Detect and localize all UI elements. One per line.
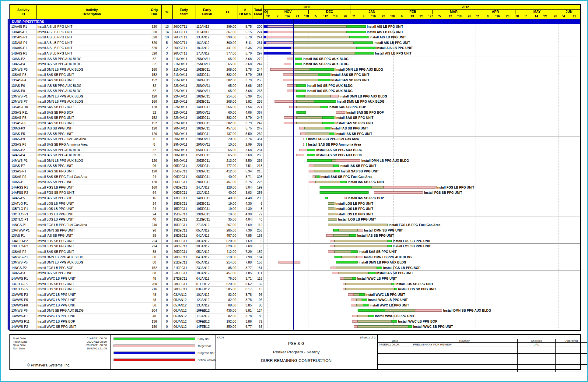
early-start-cell: 05DEC11: [173, 163, 195, 169]
early-bar: [334, 256, 341, 258]
bar-label: Install DMN LB PPG AUX BLDG: [335, 67, 383, 72]
activity-id-cell: 13SAS-P5: [10, 115, 37, 121]
men-cell: 5.75: [237, 179, 253, 185]
week-tick: [467, 15, 467, 16]
early-bar: [354, 41, 373, 44]
activity-desc-cell: Install WWC LB PPG UNIT: [37, 297, 147, 303]
target-bar: [343, 288, 345, 290]
legend-swatch: [114, 345, 195, 347]
revision-cell: JFL: [518, 343, 556, 346]
target-bar: [287, 90, 296, 92]
men-cell: 5.15: [237, 30, 253, 35]
activity-id-cell: 13IAS-P2: [10, 56, 37, 62]
progress-bar: [264, 41, 266, 44]
week-tick: [572, 15, 572, 16]
orig-dur-cell: 120: [147, 169, 162, 174]
lf-cell: 60.00: [219, 110, 237, 115]
early-finish-cell: 28NOV11: [195, 110, 219, 115]
revision-cell: [518, 357, 556, 361]
revision-header-cell: Approved: [556, 339, 588, 343]
lf-cell: 382.00: [219, 78, 237, 83]
lf-cell: 35.00: [219, 217, 237, 222]
year-label: 2012: [351, 5, 580, 10]
early-bar: [355, 52, 374, 55]
week-label: 14: [535, 15, 538, 19]
legend-row: Progress Bar: [114, 351, 217, 355]
revision-cell: [556, 368, 588, 372]
activity-desc-cell: Install DMN LB PPG AUX BLDG: [37, 255, 147, 260]
activity-id-cell: 13SAS-P10: [10, 104, 37, 110]
month-gridline: [516, 24, 516, 330]
month-label: O: [264, 10, 268, 14]
overlap-bar: [333, 234, 350, 237]
early-finish-cell: 05DEC11: [195, 147, 219, 153]
orig-dur-cell: 16: [147, 196, 162, 201]
overlap-bar: [304, 95, 330, 97]
bar-label: Install WWC LB PPG UNIT: [375, 314, 415, 318]
bar-label: Install DMN LB PPG AUX BLDG: [340, 94, 387, 99]
footer-date-line: Finish Date05JUN12 08:59: [13, 340, 107, 343]
pct-cell: 5: [162, 40, 173, 46]
orig-dur-cell: 96: [147, 228, 162, 233]
bar-label: Install DMN SB PPG AUX BLDG: [443, 308, 491, 313]
week-tick: [333, 15, 334, 16]
lf-cell: 367.00: [219, 30, 237, 35]
week-label: 4: [563, 15, 565, 19]
week-tick: [429, 15, 429, 16]
bar-label: Install SAS SB PPG Fuel Gas Area: [320, 175, 373, 179]
early-start-cell: 13DEC11: [173, 196, 195, 201]
pct-cell: 0: [162, 72, 173, 78]
men-cell: 8.17: [237, 287, 253, 292]
revision-cell: [378, 354, 412, 357]
revision-cell: [556, 346, 588, 350]
men-cell: 2.99: [237, 142, 253, 147]
week-label: 28: [554, 15, 557, 19]
overlap-bar: [296, 116, 322, 119]
total-float-cell: 8: [253, 206, 264, 212]
total-float-cell: 247: [253, 62, 264, 67]
early-finish-cell: 16DEC11: [195, 72, 219, 78]
bar-label: Install IAS SB PPG AUX BLDG: [316, 148, 362, 152]
orig-dur-cell: 120: [147, 131, 162, 137]
revision-cell: [518, 354, 556, 357]
men-cell: 3.77: [237, 265, 253, 271]
early-start-cell: 03JAN12: [173, 292, 195, 298]
early-bar: [329, 133, 334, 135]
week-label: 20: [420, 15, 423, 19]
lf-cell: 566.00: [219, 104, 237, 110]
orig-dur-cell: 88: [147, 271, 162, 276]
lf-cell: 214.00: [219, 260, 237, 265]
men-cell: 4.06: [237, 110, 253, 115]
month-label: NOV: [268, 10, 308, 14]
bar-label: Install DMN SB PPG UNIT: [364, 228, 403, 233]
target-bar: [352, 315, 358, 317]
footer-date-line: Data Date20NOV11 00:00: [13, 343, 107, 347]
total-float-cell: 16: [253, 287, 264, 292]
total-float-cell: 236: [253, 158, 264, 164]
overlap-bar: [296, 100, 314, 103]
activity-desc-cell: Install DMN LB PPG AUX BLDG: [37, 99, 147, 104]
week-label: 14: [286, 15, 290, 19]
target-bar: [351, 304, 356, 306]
activity-id-cell: 13ATWW-P1: [10, 228, 37, 233]
early-finish-cell: 01FEB12: [195, 281, 219, 287]
lf-cell: 40.00: [219, 196, 237, 201]
pct-cell: 0: [162, 255, 173, 260]
month-label: FEB: [393, 10, 433, 14]
total-float-cell: 359: [253, 142, 264, 147]
bar-label: Install IAS SB PPG UNIT: [348, 180, 384, 184]
early-finish-cell: 19DEC11: [195, 131, 219, 137]
early-finish-cell: 04JAN12: [195, 276, 219, 281]
orig-dur-cell: 152: [147, 72, 162, 78]
lf-cell: 350.00: [219, 324, 237, 330]
early-bar: [349, 36, 369, 38]
early-start-cell: 21NOV11: [173, 67, 195, 73]
overlap-bar: [315, 181, 340, 183]
pct-cell: 10: [162, 35, 173, 40]
week-label: 31: [267, 15, 271, 19]
men-cell: 3.74: [237, 136, 253, 142]
revision-cell: [556, 343, 588, 346]
total-float-cell: 351: [253, 136, 264, 142]
men-cell: 3.71: [237, 174, 253, 180]
orig-dur-cell: 32: [147, 147, 162, 153]
